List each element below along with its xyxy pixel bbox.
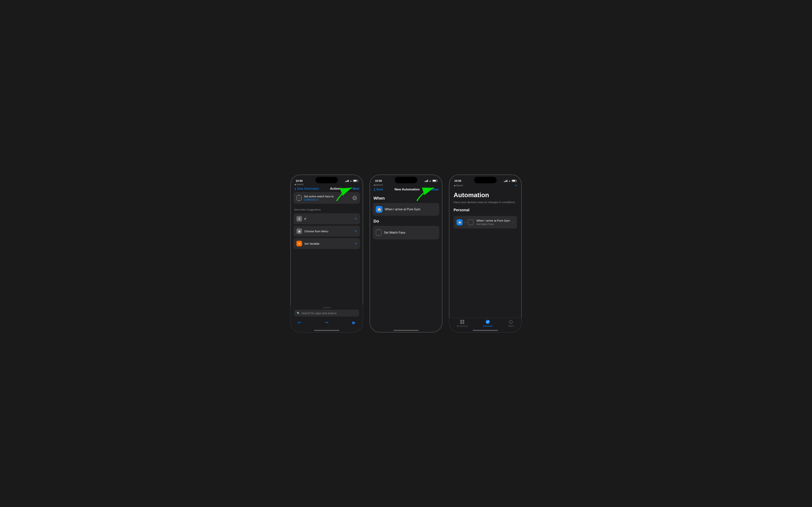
wifi-icon-3: ▲: [508, 180, 510, 182]
phone-2: 15:50 ▲ ◀ Search ❮ Back New Automation D…: [369, 174, 443, 333]
close-action-btn[interactable]: ✕: [352, 196, 357, 200]
search-label-3: ◀ Search: [454, 184, 463, 187]
choose-menu-label: Choose from Menu: [304, 230, 328, 233]
battery-icon: [353, 180, 358, 182]
nav-title-1: Actions: [330, 187, 342, 190]
tab-gallery[interactable]: Gallery: [508, 320, 514, 327]
status-icons-1: ▲: [345, 180, 358, 182]
screen-content-2: When 🏠 🚶 When I arrive at Pure Gym Do Se…: [370, 193, 442, 326]
when-heading: When: [373, 196, 439, 201]
location-icon: 🏠 🚶: [376, 206, 383, 213]
section-title-personal: Personal: [454, 208, 517, 212]
automation-tab-icon: [485, 320, 490, 324]
wifi-icon: ▲: [350, 180, 352, 182]
svg-rect-4: [460, 322, 462, 324]
gallery-label: Gallery: [508, 325, 514, 327]
search-label-2: ◀ Search: [373, 184, 383, 186]
automation-card[interactable]: 🏠 → When I arrive at Pure Gym Set Watch …: [454, 216, 517, 229]
do-card-text: Set Watch Face: [384, 231, 405, 234]
done-btn[interactable]: Done: [431, 188, 439, 191]
action-card-left: Set active watch face to California ⊙: [296, 195, 334, 201]
next-btn[interactable]: Next: [353, 187, 359, 190]
auto-location-icon: 🏠: [457, 219, 463, 225]
play-btn[interactable]: ▶: [351, 319, 357, 326]
signal-icon-3: [504, 180, 507, 182]
menu-icon: ▦: [296, 228, 302, 234]
home-indicator-3: [473, 330, 498, 331]
auto-header: Automation Have your devices react to ch…: [449, 188, 522, 216]
page-subtitle-3: Have your devices react to changes in co…: [454, 200, 517, 204]
my-shortcuts-label: My Shortcuts: [457, 325, 468, 327]
variable-icon: ✕: [296, 241, 302, 246]
set-variable-label: Set Variable: [304, 242, 319, 245]
gallery-icon: [508, 320, 513, 324]
bottom-toolbar-1: 🔍 Search for apps and actions ↩ ↪ ▶: [290, 305, 363, 332]
tab-automation[interactable]: Automation: [483, 320, 493, 327]
drag-handle: [323, 307, 331, 308]
nav-bar-2: ❮ Back New Automation Done: [370, 187, 442, 193]
auto-card-info: When I arrive at Pure Gym Set Watch Face: [476, 219, 510, 226]
phone-1: 15:50 ▲ ◀ Search ❮ New Automation Action…: [290, 174, 363, 333]
add-if-btn[interactable]: +: [355, 216, 357, 221]
suggestion-choose-menu[interactable]: ▦ Choose from Menu +: [293, 226, 360, 237]
back-btn-1[interactable]: ❮ New Automation: [294, 187, 319, 190]
nav-title-2: New Automation: [395, 187, 419, 191]
status-bar-3: 15:50 ▲: [449, 176, 522, 183]
auto-arrow-icon: →: [464, 221, 467, 224]
page-title-3: Automation: [454, 191, 517, 199]
time-3: 15:50: [454, 179, 461, 182]
svg-rect-3: [462, 320, 464, 322]
nav-bar-1: ❮ New Automation Actions Next: [290, 186, 363, 192]
svg-marker-7: [509, 320, 513, 324]
auto-watch-face-icon: [468, 220, 473, 225]
auto-card-title: When I arrive at Pure Gym: [476, 219, 510, 222]
watch-face-icon-2: [376, 230, 382, 236]
svg-rect-5: [462, 322, 464, 324]
battery-icon-2: [432, 180, 437, 182]
battery-icon-3: [512, 180, 516, 182]
my-shortcuts-icon: [460, 320, 465, 324]
status-bar-2: 15:50 ▲: [370, 176, 442, 183]
redo-btn[interactable]: ↪: [323, 319, 330, 326]
home-indicator-1: [314, 330, 339, 331]
back-btn-2[interactable]: ❮ Back: [373, 188, 383, 191]
do-heading: Do: [373, 219, 439, 224]
plus-btn-3[interactable]: +: [515, 183, 517, 188]
search-bar[interactable]: 🔍 Search for apps and actions: [294, 309, 359, 317]
search-label-1: ◀ Search: [294, 183, 304, 186]
undo-btn[interactable]: ↩: [296, 319, 303, 326]
watch-face-icon-1: [296, 195, 302, 201]
california-link[interactable]: California ⊙: [304, 198, 319, 201]
add-menu-btn[interactable]: +: [355, 229, 357, 234]
action-card[interactable]: Set active watch face to California ⊙ ✕: [293, 192, 360, 204]
if-label: If: [304, 217, 306, 220]
suggestion-if[interactable]: ⟨⟩ If +: [293, 213, 360, 224]
chevron-right-icon: ›: [513, 220, 514, 224]
status-bar-1: 15:50 ▲: [290, 176, 363, 183]
signal-icon-2: [424, 180, 428, 182]
add-variable-btn[interactable]: +: [355, 241, 357, 246]
auto-card-subtitle: Set Watch Face: [476, 223, 510, 226]
do-card[interactable]: Set Watch Face: [373, 226, 439, 239]
automation-label: Automation: [483, 325, 493, 327]
search-icon: 🔍: [297, 312, 300, 315]
when-card-text: When I arrive at Pure Gym: [385, 208, 420, 211]
suggestions-label: Next Action Suggestions: [293, 208, 360, 211]
phone-3: 15:50 ▲ ◀ Search + Automation Have your …: [449, 174, 522, 333]
time-2: 15:50: [375, 179, 382, 182]
time-1: 15:50: [296, 179, 303, 182]
svg-rect-2: [460, 320, 462, 322]
wifi-icon-2: ▲: [429, 180, 431, 182]
tab-my-shortcuts[interactable]: My Shortcuts: [457, 320, 468, 327]
auto-icons-row: 🏠 →: [457, 219, 473, 225]
search-bar-placeholder: Search for apps and actions: [302, 312, 337, 315]
when-card[interactable]: 🏠 🚶 When I arrive at Pure Gym: [373, 203, 439, 216]
suggestion-set-variable[interactable]: ✕ Set Variable +: [293, 238, 360, 249]
toolbar-buttons: ↩ ↪ ▶: [294, 319, 359, 326]
status-icons-3: ▲: [504, 180, 516, 182]
action-text: Set active watch face to California ⊙: [304, 195, 334, 201]
status-icons-2: ▲: [424, 180, 437, 182]
signal-icon: [345, 180, 349, 182]
if-icon: ⟨⟩: [296, 216, 302, 222]
home-indicator-2: [393, 330, 419, 331]
